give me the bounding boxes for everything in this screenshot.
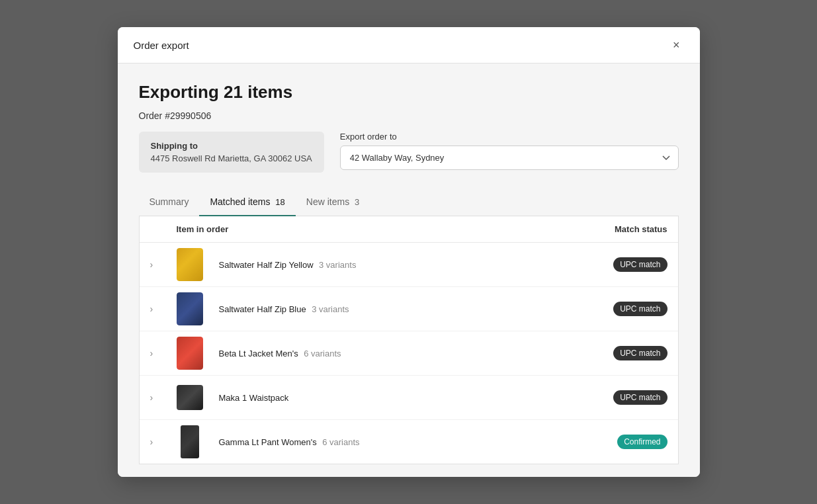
item-thumbnail [177, 292, 203, 325]
item-thumbnail [177, 425, 203, 458]
item-variants: 3 variants [312, 304, 349, 314]
match-status-cell: UPC match [535, 302, 667, 316]
confirmed-badge: Confirmed [617, 435, 667, 449]
table-row: › Maka 1 Waistpack UPC match [140, 376, 678, 420]
table-wrapper: Item in order Match status › Saltwater H… [118, 216, 700, 464]
expand-icon[interactable]: › [150, 348, 153, 358]
item-thumbnail [177, 337, 203, 370]
order-number: Order #29990506 [139, 110, 679, 121]
tabs: Summary Matched items 18 New items 3 [139, 189, 679, 216]
product-image-red-jacket [177, 337, 203, 370]
product-image-pants [181, 425, 199, 458]
chevron-cell[interactable]: › [150, 437, 177, 447]
shipping-export-row: Shipping to 4475 Roswell Rd Marietta, GA… [139, 132, 679, 173]
upc-match-badge: UPC match [613, 257, 667, 272]
item-info: Beta Lt Jacket Men's 6 variants [211, 347, 535, 359]
match-status-column-header: Match status [535, 224, 667, 234]
product-image-bag [177, 385, 203, 410]
chevron-cell[interactable]: › [150, 392, 177, 403]
table-header-row: Item in order Match status [140, 216, 678, 243]
expand-icon[interactable]: › [150, 259, 153, 270]
tab-summary-label: Summary [150, 196, 189, 207]
modal-title: Order export [134, 40, 189, 51]
table-row: › Saltwater Half Zip Blue 3 variants UPC… [140, 287, 678, 331]
table-container: Item in order Match status › Saltwater H… [139, 216, 679, 464]
match-status-cell: UPC match [535, 390, 667, 405]
item-info: Maka 1 Waistpack [211, 392, 535, 403]
item-name: Maka 1 Waistpack [219, 393, 289, 403]
item-thumbnail [177, 381, 203, 414]
tab-matched[interactable]: Matched items 18 [199, 189, 295, 216]
item-info: Gamma Lt Pant Women's 6 variants [211, 436, 535, 448]
tabs-wrapper: Summary Matched items 18 New items 3 [118, 189, 700, 216]
item-info: Saltwater Half Zip Yellow 3 variants [211, 259, 535, 271]
item-name: Saltwater Half Zip Yellow [219, 260, 314, 270]
expand-icon[interactable]: › [150, 437, 153, 447]
table-row: › Saltwater Half Zip Yellow 3 variants U… [140, 243, 678, 287]
upc-match-badge: UPC match [613, 390, 667, 405]
tab-summary[interactable]: Summary [139, 189, 200, 216]
match-status-cell: UPC match [535, 257, 667, 272]
shipping-address: 4475 Roswell Rd Marietta, GA 30062 USA [151, 153, 312, 163]
modal-footer: Cancel Export [118, 464, 700, 477]
modal-body: Exporting 21 items Order #29990506 Shipp… [118, 63, 700, 173]
item-name: Saltwater Half Zip Blue [219, 304, 306, 314]
product-image-blue-jacket [177, 292, 203, 325]
close-button[interactable]: × [669, 38, 684, 52]
item-variants: 6 variants [322, 437, 359, 447]
tab-new-label: New items [306, 196, 349, 207]
table-row: › Gamma Lt Pant Women's 6 variants Confi… [140, 420, 678, 464]
item-name: Beta Lt Jacket Men's [219, 349, 298, 358]
table-row: › Beta Lt Jacket Men's 6 variants UPC ma… [140, 331, 678, 376]
chevron-cell[interactable]: › [150, 304, 177, 314]
shipping-box: Shipping to 4475 Roswell Rd Marietta, GA… [139, 132, 324, 173]
upc-match-badge: UPC match [613, 302, 667, 316]
export-order-section: Export order to 42 Wallaby Way, Sydney O… [340, 132, 679, 170]
modal-header: Order export × [118, 27, 700, 63]
tab-matched-badge: 18 [275, 197, 284, 207]
tab-new-badge: 3 [355, 197, 359, 207]
item-variants: 3 variants [319, 260, 356, 270]
tab-matched-label: Matched items [210, 196, 270, 207]
product-image-yellow-jacket [177, 248, 203, 281]
upc-match-badge: UPC match [613, 346, 667, 360]
chevron-cell[interactable]: › [150, 348, 177, 358]
modal-overlay: Order export × Exporting 21 items Order … [0, 0, 817, 504]
item-name: Gamma Lt Pant Women's [219, 437, 317, 447]
item-thumbnail [177, 248, 203, 281]
expand-icon[interactable]: › [150, 392, 153, 403]
item-column-header: Item in order [177, 224, 535, 234]
expand-icon[interactable]: › [150, 304, 153, 314]
item-variants: 6 variants [304, 349, 341, 358]
chevron-cell[interactable]: › [150, 259, 177, 270]
item-info: Saltwater Half Zip Blue 3 variants [211, 303, 535, 315]
order-export-modal: Order export × Exporting 21 items Order … [118, 27, 700, 477]
export-title: Exporting 21 items [139, 82, 679, 103]
export-order-label: Export order to [340, 132, 679, 142]
tab-new[interactable]: New items 3 [296, 189, 370, 216]
match-status-cell: UPC match [535, 346, 667, 360]
shipping-label: Shipping to [151, 141, 312, 151]
match-status-cell: Confirmed [535, 435, 667, 449]
export-location-select[interactable]: 42 Wallaby Way, Sydney Other location [340, 146, 679, 170]
